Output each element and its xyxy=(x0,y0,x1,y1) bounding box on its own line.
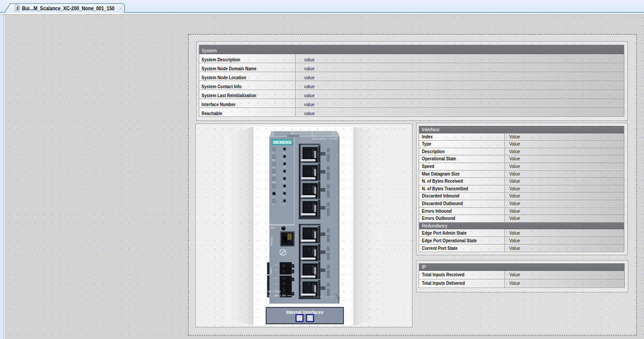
svg-text:RM: RM xyxy=(272,159,275,161)
svg-text:P3: P3 xyxy=(283,167,285,168)
svg-text:12...24V 0.35A ===: 12...24V 0.35A === xyxy=(268,295,291,297)
svg-text:P6: P6 xyxy=(283,189,285,191)
svg-text:M1: M1 xyxy=(275,283,278,285)
svg-text:R: R xyxy=(272,152,274,154)
svg-text:#: # xyxy=(16,6,19,11)
svg-text:SCALANCE XC208: SCALANCE XC208 xyxy=(312,137,338,141)
svg-text:P5: P5 xyxy=(327,233,330,236)
svg-text:L1+: L1+ xyxy=(274,277,278,279)
svg-text:P4: P4 xyxy=(283,174,285,176)
svg-text:P8: P8 xyxy=(283,204,285,206)
svg-text:P3: P3 xyxy=(327,189,330,191)
svg-text:P2: P2 xyxy=(283,159,285,161)
svg-text:CONSOLE: CONSOLE xyxy=(270,236,273,246)
svg-text:Internal Interfaces: Internal Interfaces xyxy=(286,309,323,315)
svg-text:DM1: DM1 xyxy=(272,174,276,176)
svg-text:P1: P1 xyxy=(283,152,285,154)
svg-text:FAULT: FAULT xyxy=(270,267,273,274)
svg-text:P5: P5 xyxy=(283,181,285,183)
svg-text:F1: F1 xyxy=(275,264,278,266)
svg-text:SB: SB xyxy=(272,167,275,168)
svg-text:P1: P1 xyxy=(327,152,330,155)
svg-text:P8: P8 xyxy=(327,287,330,289)
svg-text:C1 TK 10 EN LAN 4G-17: C1 TK 10 EN LAN 4G-17 xyxy=(313,296,334,298)
svg-text:NEC CLASS2: NEC CLASS2 xyxy=(268,291,281,293)
svg-text:P2: P2 xyxy=(327,170,330,173)
svg-text:P4: P4 xyxy=(327,206,330,209)
svg-text:F2: F2 xyxy=(275,269,278,271)
svg-text:SET: SET xyxy=(270,227,275,230)
svg-text:L2: L2 xyxy=(272,204,274,206)
svg-text:P7: P7 xyxy=(283,196,285,198)
svg-text:P7: P7 xyxy=(327,269,330,271)
svg-text:L1: L1 xyxy=(272,196,274,198)
svg-text:DM2: DM2 xyxy=(272,181,276,183)
svg-text:SIEMENS: SIEMENS xyxy=(273,141,292,145)
svg-text:P6: P6 xyxy=(327,251,330,253)
